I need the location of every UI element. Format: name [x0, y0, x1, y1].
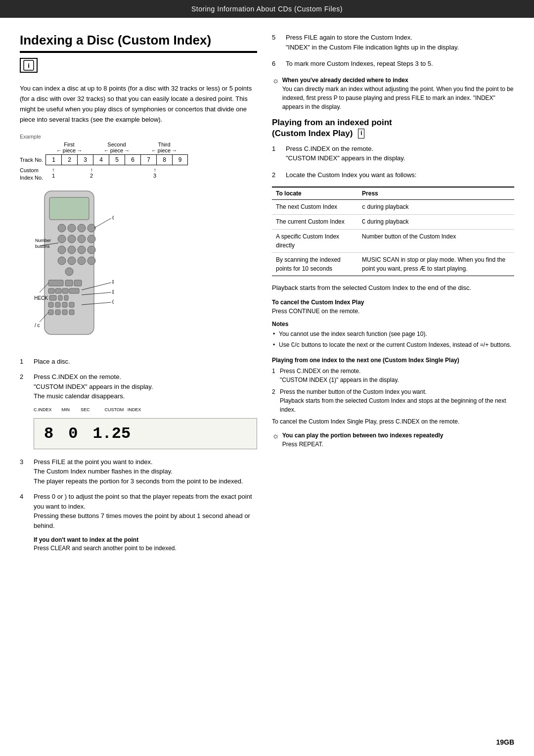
- right-step-5: 5 Press FILE again to store the Custom I…: [272, 33, 514, 52]
- svg-rect-22: [65, 280, 73, 286]
- tip-2-text: Press REPEAT.: [282, 440, 444, 449]
- svg-point-17: [68, 257, 76, 265]
- playback-note: Playback starts from the selected Custom…: [272, 283, 514, 293]
- display-box: 8 0 1.25: [34, 418, 257, 449]
- svg-point-10: [78, 235, 86, 243]
- display-value-2: 0: [68, 425, 78, 443]
- display-value-3: 1.25: [92, 425, 131, 443]
- tip-1: ☼ When you've already decided where to i…: [272, 76, 514, 111]
- sub-step-2: 2 Locate the Custom Index you want as fo…: [272, 170, 514, 180]
- svg-rect-31: [48, 302, 53, 307]
- svg-point-20: [65, 268, 73, 276]
- svg-rect-23: [74, 280, 82, 286]
- table-header-locate: To locate: [272, 187, 358, 200]
- example-label: Example: [20, 134, 257, 140]
- table-row: The next Custom Index c during playback: [272, 200, 514, 215]
- svg-point-14: [78, 246, 86, 254]
- single-cancel-text: To cancel the Custom Index Single Play, …: [272, 417, 514, 426]
- right-column: 5 Press FILE again to store the Custom I…: [272, 33, 514, 552]
- if-note-text: Press CLEAR and search another point to …: [34, 545, 257, 552]
- piece-1-label: First: [45, 142, 93, 147]
- note-2: Use C/c buttons to locate the next or th…: [272, 340, 514, 350]
- section-title: Indexing a Disc (Custom Index): [20, 33, 257, 53]
- single-step-2: 2 Press the number button of the Custom …: [272, 387, 514, 414]
- svg-point-9: [68, 235, 76, 243]
- single-step-1: 1 Press C.INDEX on the remote. "CUSTOM I…: [272, 367, 514, 384]
- svg-point-6: [78, 224, 86, 232]
- table-row: A specific Custom Index directly Number …: [272, 230, 514, 253]
- notes-list: You cannot use the index search function…: [272, 330, 514, 350]
- svg-text:Number: Number: [35, 238, 51, 243]
- step-4: 4 Press 0 or ) to adjust the point so th…: [20, 492, 257, 530]
- cancel-title: To cancel the Custom Index Play: [272, 299, 514, 306]
- note-1: You cannot use the index search function…: [272, 330, 514, 338]
- subsection-header: Playing from an indexed point(Custom Ind…: [272, 117, 514, 139]
- svg-rect-35: [48, 310, 53, 315]
- svg-rect-21: [48, 280, 63, 286]
- header-title: Storing Information About CDs (Custom Fi…: [191, 5, 343, 13]
- svg-rect-37: [62, 310, 67, 315]
- intro-text: You can index a disc at up to 8 points (…: [20, 84, 257, 125]
- tip-2-title: You can play the portion between two ind…: [282, 431, 444, 440]
- svg-rect-32: [55, 302, 60, 307]
- subsection-icon: i: [358, 129, 364, 139]
- svg-point-15: [88, 246, 95, 254]
- single-play-title: Playing from one index to the next one (…: [272, 357, 514, 364]
- remote-svg: C.INDEX Number buttons CHECK FILE ERASE …: [35, 189, 114, 342]
- svg-rect-26: [62, 288, 68, 293]
- example-diagram: Example First ← piece → Second ← piece →…: [20, 134, 257, 181]
- header-bar: Storing Information About CDs (Custom Fi…: [0, 0, 534, 18]
- svg-point-8: [58, 235, 66, 243]
- svg-rect-30: [64, 295, 68, 300]
- svg-point-18: [78, 257, 86, 265]
- track-numbers: 1 2 3 4 5 6 7 8 9: [45, 154, 188, 165]
- svg-rect-34: [69, 302, 74, 307]
- svg-point-16: [58, 257, 66, 265]
- step-1-text: Place a disc.: [34, 358, 70, 365]
- svg-rect-36: [55, 310, 60, 315]
- svg-rect-24: [48, 288, 54, 293]
- svg-rect-27: [69, 288, 79, 293]
- table-header-press: Press: [358, 187, 514, 200]
- step-3: 3 Press FILE at the point you want to in…: [20, 457, 257, 486]
- svg-point-19: [88, 257, 95, 265]
- svg-text:C / c: C / c: [35, 323, 40, 328]
- step-2: 2 Press C.INDEX on the remote. "CUSTOM I…: [20, 372, 257, 401]
- right-step-6: 6 To mark more Custom Indexes, repeat St…: [272, 59, 514, 69]
- piece-3-label: Third: [140, 142, 188, 147]
- table-row: The current Custom Index C during playba…: [272, 215, 514, 230]
- svg-text:ERASE: ERASE: [112, 289, 114, 295]
- left-column: Indexing a Disc (Custom Index) i You can…: [20, 33, 257, 552]
- tip-2: ☼ You can play the portion between two i…: [272, 431, 514, 449]
- svg-rect-25: [55, 288, 61, 293]
- notes-title: Notes: [272, 321, 514, 328]
- custom-index-icon: i: [20, 58, 38, 73]
- tip-1-icon: ☼: [272, 75, 279, 87]
- svg-point-4: [58, 224, 66, 232]
- svg-line-39: [94, 218, 111, 228]
- display-labels: C.INDEX MIN SEC CUSTOM INDEX: [34, 407, 257, 412]
- svg-text:buttons: buttons: [35, 244, 50, 249]
- step-1: 1 Place a disc.: [20, 357, 257, 367]
- svg-rect-29: [58, 295, 62, 300]
- cancel-section: To cancel the Custom Index Play Press CO…: [272, 299, 514, 315]
- cancel-text: Press CONTINUE on the remote.: [272, 308, 514, 315]
- svg-rect-38: [69, 310, 74, 315]
- subsection-title: Playing from an indexed point(Custom Ind…: [272, 117, 514, 139]
- piece-2-label: Second: [93, 142, 140, 147]
- svg-rect-28: [49, 295, 56, 300]
- single-play-section: Playing from one index to the next one (…: [272, 357, 514, 426]
- track-label: Track No.: [20, 157, 45, 163]
- svg-point-12: [58, 246, 66, 254]
- if-note: If you don't want to index at the point …: [34, 536, 257, 552]
- tip-1-text: You can directly mark an index without a…: [282, 85, 514, 111]
- svg-text:0 / ): 0 / ): [112, 299, 114, 305]
- display-value-1: 8: [44, 425, 53, 443]
- svg-rect-3: [49, 197, 89, 220]
- locate-table: To locate Press The next Custom Index c …: [272, 187, 514, 276]
- sub-step-1: 1 Press C.INDEX on the remote. "CUSTOM I…: [272, 144, 514, 163]
- table-row: By scanning the indexed points for 10 se…: [272, 253, 514, 276]
- svg-point-13: [68, 246, 76, 254]
- svg-text:C.INDEX: C.INDEX: [112, 215, 114, 221]
- svg-text:i: i: [28, 62, 30, 69]
